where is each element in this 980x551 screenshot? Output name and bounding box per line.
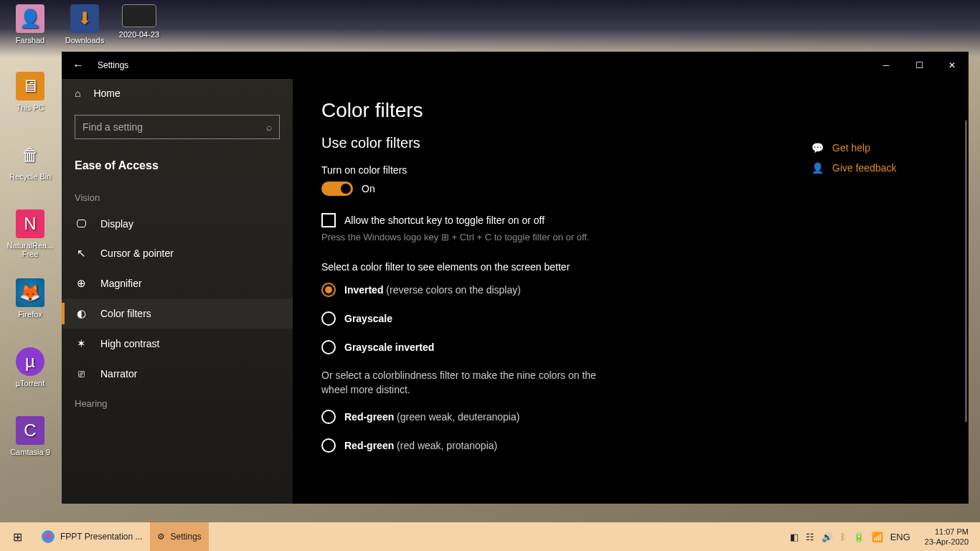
tray-language[interactable]: ENG [890, 532, 910, 542]
minimize-button[interactable]: ─ [870, 52, 903, 79]
select-label: Select a color filter to see elements on… [321, 261, 781, 273]
desktop-icon-firefox[interactable]: 🦊Firefox [3, 278, 57, 319]
home-icon: ⌂ [75, 88, 80, 99]
sidebar-item-magnifier[interactable]: ⊕Magnifier [62, 268, 293, 298]
narrator-icon: ⎚ [75, 367, 88, 380]
page-title: Color filters [321, 99, 781, 122]
radio-grayscale[interactable]: Grayscale [321, 311, 781, 326]
sidebar-group-vision: Vision [62, 182, 293, 209]
toggle-state: On [362, 183, 375, 194]
label: Narrator [100, 368, 137, 380]
label: 2020-04-23 [119, 30, 159, 39]
desktop-icon-video[interactable]: 2020-04-23 [112, 4, 166, 39]
taskbar-item-fppt[interactable]: FPPT Presentation ... [34, 522, 150, 551]
toggle-label: Turn on color filters [321, 164, 781, 176]
help-icon: 💬 [811, 142, 824, 154]
display-icon: 🖵 [75, 217, 88, 230]
label: Settings [171, 532, 202, 542]
label: Get help [832, 142, 870, 154]
time: 11:07 PM [925, 527, 969, 537]
tray-wifi-icon[interactable]: 📶 [872, 532, 883, 542]
desktop-icon-user[interactable]: 👤Farshad [3, 4, 57, 44]
gear-icon: ⚙ [157, 532, 165, 542]
color-filters-toggle[interactable] [321, 182, 353, 196]
taskbar-item-settings[interactable]: ⚙Settings [150, 522, 209, 551]
label: Cursor & pointer [100, 248, 174, 259]
label: Firefox [18, 310, 42, 319]
radio-bold: Grayscale [344, 313, 392, 324]
taskbar: ⊞ FPPT Presentation ... ⚙Settings ◧ ☷ 🔊 … [0, 522, 980, 551]
tray-volume-icon[interactable]: 🔊 [821, 532, 833, 542]
radio-sub: (red weak, protanopia) [394, 440, 497, 451]
get-help-link[interactable]: 💬Get help [811, 142, 954, 154]
cursor-icon: ↖ [75, 247, 88, 260]
maximize-button[interactable]: ☐ [903, 52, 936, 79]
chrome-icon [42, 530, 55, 543]
shortcut-label: Allow the shortcut key to toggle filter … [344, 215, 545, 226]
sidebar: ⌂ Home Find a setting ⌕ Ease of Access V… [62, 79, 293, 504]
colorblind-description: Or select a colorblindness filter to mak… [321, 369, 623, 397]
shortcut-hint: Press the Windows logo key ⊞ + Ctrl + C … [321, 232, 781, 242]
radio-bold: Inverted [344, 284, 383, 296]
radio-icon [321, 410, 336, 424]
give-feedback-link[interactable]: 👤Give feedback [811, 162, 954, 174]
scrollbar[interactable] [965, 121, 967, 422]
taskbar-clock[interactable]: 11:07 PM 23-Apr-2020 [918, 527, 976, 547]
sidebar-item-cursor[interactable]: ↖Cursor & pointer [62, 238, 293, 268]
desktop-icon-camtasia[interactable]: CCamtasia 9 [3, 416, 57, 456]
section-heading: Use color filters [321, 135, 781, 151]
sidebar-item-display[interactable]: 🖵Display [62, 209, 293, 238]
label: Camtasia 9 [10, 448, 50, 456]
radio-inverted[interactable]: Inverted (reverse colors on the display) [321, 283, 781, 297]
side-column: 💬Get help 👤Give feedback [811, 142, 954, 182]
home-label: Home [93, 88, 120, 99]
desktop-icon-naturalreader[interactable]: NNaturalRea... Free [3, 209, 57, 258]
sidebar-home[interactable]: ⌂ Home [62, 79, 293, 108]
tray-battery-icon[interactable]: 🔋 [853, 532, 864, 542]
shortcut-checkbox-row[interactable]: Allow the shortcut key to toggle filter … [321, 213, 781, 227]
label: Color filters [100, 308, 151, 319]
radio-icon [321, 340, 336, 354]
sidebar-item-narrator[interactable]: ⎚Narrator [62, 359, 293, 388]
tray-input-icon[interactable]: ☷ [806, 532, 814, 542]
radio-deuteranopia[interactable]: Red-green (green weak, deuteranopia) [321, 410, 781, 424]
label: High contrast [100, 338, 159, 349]
desktop-icon-recycle-bin[interactable]: 🗑Recycle Bin [3, 141, 57, 181]
content: ⌂ Home Find a setting ⌕ Ease of Access V… [62, 79, 969, 504]
label: µTorrent [16, 379, 45, 387]
radio-bold: Grayscale inverted [344, 342, 434, 353]
desktop-icon-this-pc[interactable]: 🖥This PC [3, 72, 57, 112]
label: Downloads [65, 36, 104, 44]
tray-app-icon[interactable]: ◧ [790, 532, 798, 542]
label: FPPT Presentation ... [60, 532, 143, 542]
sidebar-item-high-contrast[interactable]: ✶High contrast [62, 329, 293, 359]
feedback-icon: 👤 [811, 162, 824, 174]
sidebar-group-hearing: Hearing [62, 388, 293, 415]
back-button[interactable]: ← [62, 59, 95, 72]
search-icon: ⌕ [266, 121, 272, 133]
start-button[interactable]: ⊞ [0, 522, 34, 551]
radio-icon [321, 311, 336, 326]
radio-protanopia[interactable]: Red-green (red weak, protanopia) [321, 438, 781, 453]
radio-icon [321, 283, 336, 297]
settings-window: ← Settings ─ ☐ ✕ ⌂ Home Find a setting ⌕… [62, 52, 969, 504]
shortcut-checkbox[interactable] [321, 213, 336, 227]
sidebar-item-color-filters[interactable]: ◐Color filters [62, 298, 293, 329]
tray-bluetooth-icon[interactable]: ᛒ [840, 532, 846, 542]
titlebar: ← Settings ─ ☐ ✕ [62, 52, 969, 79]
main-panel: Color filters Use color filters Turn on … [293, 79, 969, 504]
radio-grayscale-inverted[interactable]: Grayscale inverted [321, 340, 781, 354]
radio-bold: Red-green [344, 411, 394, 423]
label: Recycle Bin [9, 172, 51, 181]
desktop-icon-downloads[interactable]: ⬇Downloads [57, 4, 112, 44]
magnifier-icon: ⊕ [75, 277, 88, 290]
highcontrast-icon: ✶ [75, 337, 88, 350]
label: Magnifier [100, 278, 142, 289]
desktop-icon-utorrent[interactable]: µµTorrent [3, 347, 57, 387]
system-tray: ◧ ☷ 🔊 ᛒ 🔋 📶 ENG 11:07 PM 23-Apr-2020 [790, 527, 980, 547]
sidebar-section: Ease of Access [62, 152, 293, 182]
search-input[interactable]: Find a setting ⌕ [75, 115, 280, 139]
radio-bold: Red-green [344, 440, 394, 451]
label: Give feedback [832, 162, 897, 174]
close-button[interactable]: ✕ [936, 52, 969, 79]
